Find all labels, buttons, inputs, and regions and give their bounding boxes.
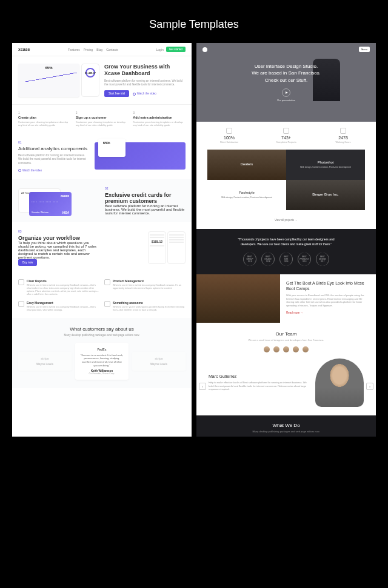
stat-label: Working Hours xyxy=(316,141,370,144)
feat-title: Clear Reports xyxy=(27,279,99,283)
prev-button[interactable]: ‹ xyxy=(199,383,206,390)
stat-value: 2478 xyxy=(316,136,370,140)
cell-title: Dealers xyxy=(241,162,253,166)
hero-title: User Interface Design Studio.We are base… xyxy=(252,63,321,84)
cell-desc: Web design, Content creation, Front-end … xyxy=(300,166,351,169)
feature-reports: Clear ReportsWhen to use it: been invite… xyxy=(18,279,99,296)
headshot xyxy=(315,358,364,407)
section-desc: To help you think about which questions … xyxy=(18,241,99,259)
hero-desc: Best software platform for running an in… xyxy=(104,79,186,87)
watch-video-link[interactable]: Watch the video xyxy=(18,169,42,172)
article-row: Get The Boot A Birds Eye Look Into Mcse … xyxy=(196,274,376,323)
next-button[interactable]: › xyxy=(366,383,373,390)
testi-card-main: FedEx"Success is no accident. It is hard… xyxy=(75,343,129,380)
watch-video-label: Watch the video xyxy=(137,92,156,95)
get-started-button[interactable]: Get started xyxy=(166,47,186,52)
quote-text: "Thousands of projects have been complit… xyxy=(232,237,341,246)
award-label: BEST STUDIO 2018 xyxy=(264,256,271,263)
award-label: BEST GROUP 2018 xyxy=(247,256,253,263)
analytics-widget: 65% xyxy=(95,142,186,170)
feature-awesome: Something awesomeWhen to use it: you're … xyxy=(104,301,186,312)
check-icon xyxy=(226,128,232,134)
hero: 65% $1,489.67 Grow Your Business with Xc… xyxy=(12,56,192,104)
hero-mockups: 65% $1,489.67 xyxy=(18,64,99,97)
award-badge: BEST GROUP 2018 xyxy=(243,253,256,266)
avatar[interactable] xyxy=(273,346,279,352)
steps: 1Create planCustomize your cleaning temp… xyxy=(12,104,192,133)
wwd-sub: Many desktop publishing packages and web… xyxy=(202,430,370,433)
award-badge: BEST SITE 2018 xyxy=(279,253,293,266)
testimonials: What customers say about us Many desktop… xyxy=(12,318,192,388)
member-photo xyxy=(315,358,364,407)
play-label: Our presentation xyxy=(252,99,321,102)
start-trial-button[interactable]: Start free trial xyxy=(104,90,129,97)
menu-button[interactable]: Menu xyxy=(359,47,370,52)
avatar[interactable] xyxy=(303,346,309,352)
award-label: BEST PRODUCT 2018 xyxy=(300,256,309,263)
play-button[interactable] xyxy=(282,88,290,97)
step-desc: Customize your cleaning templates or dev… xyxy=(133,121,186,127)
avatar[interactable] xyxy=(264,346,270,352)
nav-pricing[interactable]: Pricing xyxy=(84,48,93,51)
step-desc: Customize your cleaning templates or dev… xyxy=(76,121,129,127)
phone-right xyxy=(167,231,186,264)
section-num: 01 xyxy=(18,140,89,144)
buy-now-button[interactable]: Buy now xyxy=(18,259,37,266)
card-brand: xcase xyxy=(61,194,69,197)
hero-line1: User Interface Design Studio. xyxy=(255,64,318,69)
play-icon xyxy=(18,169,21,172)
project-fashstyle[interactable]: FashstyleWeb design, Content creation, F… xyxy=(207,180,286,210)
team-sub: We are a small team of designers and dev… xyxy=(202,339,370,342)
team-member: ‹ Marc Gutierrez Help to make effective … xyxy=(202,358,370,407)
award-badge: BEST STUDIO 2018 xyxy=(261,253,275,266)
donut-chart-icon: $1,489.67 xyxy=(85,68,95,78)
section-num: 03 xyxy=(18,230,99,233)
step-num: 1 xyxy=(18,111,71,114)
project-photoshot[interactable]: PhotoshotWeb design, Content creation, F… xyxy=(286,150,365,180)
nav-contacts[interactable]: Contacts xyxy=(106,48,118,51)
article-desc: With your access to Broadband and DSL th… xyxy=(286,294,370,307)
templates-row: xcase Features Pricing Blog Contacts Log… xyxy=(0,43,388,449)
avatar[interactable] xyxy=(293,346,299,352)
what-we-do: What We Do Many desktop publishing packa… xyxy=(196,415,376,437)
cell-title: Berger Bros Inc. xyxy=(312,193,338,196)
section-desc: Best software platform for running an in… xyxy=(105,204,186,215)
login-link[interactable]: Login xyxy=(156,48,164,51)
award-label: BEST DESIGN 2017 xyxy=(319,256,326,263)
nav-features[interactable]: Features xyxy=(68,48,80,51)
step-desc: Customize your cleaning templates or dev… xyxy=(18,121,71,127)
stat-value: 743+ xyxy=(259,136,313,140)
phone-value: $185.12 xyxy=(150,240,164,243)
header: xcase Features Pricing Blog Contacts Log… xyxy=(12,43,192,56)
feat-desc: When to use it: you're working on a prob… xyxy=(113,306,186,312)
gauge-pct: 65% xyxy=(21,66,77,70)
feat-title: Product Management xyxy=(113,279,186,283)
avatars-row xyxy=(202,346,370,352)
project-dealers[interactable]: Dealers xyxy=(207,150,286,180)
nav-blog[interactable]: Blog xyxy=(96,48,102,51)
layers-icon xyxy=(283,128,289,134)
award-badge: BEST DESIGN 2017 xyxy=(316,253,329,266)
article-title: Get The Boot A Birds Eye Look Into Mcse … xyxy=(286,280,370,291)
watch-video-button[interactable]: Watch the video xyxy=(133,92,156,95)
view-all-link[interactable]: View all projects → xyxy=(196,216,376,229)
read-more-link[interactable]: Read more → xyxy=(286,311,303,314)
stat-value: 100% xyxy=(202,136,256,140)
card-holder: Suzette Watson xyxy=(32,211,48,214)
project-berger[interactable]: Berger Bros Inc. xyxy=(286,180,365,210)
logo-icon[interactable] xyxy=(202,47,207,52)
visa-logo: VISA xyxy=(62,211,69,214)
step-num: 3 xyxy=(133,111,186,114)
header: Menu xyxy=(196,43,376,56)
testi-name: Wayne Lewis xyxy=(137,363,181,366)
testi-title: What customers say about us xyxy=(18,326,186,332)
testi-logo: stripe xyxy=(137,357,181,360)
avatar[interactable] xyxy=(283,346,289,352)
awesome-icon xyxy=(104,301,110,307)
stat-label: Client Satisfaction xyxy=(202,141,256,144)
reports-icon xyxy=(18,279,24,285)
testi-quote: "Success is no accident. It is hard work… xyxy=(80,354,124,367)
phone-left: $185.12 xyxy=(148,231,166,264)
logo[interactable]: xcase xyxy=(18,47,30,51)
clock-icon xyxy=(340,128,346,134)
